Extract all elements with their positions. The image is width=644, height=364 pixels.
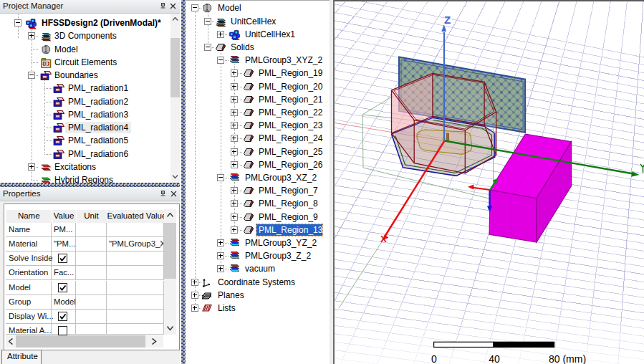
svg-text:0: 0 bbox=[431, 353, 437, 364]
svg-text:X: X bbox=[380, 234, 387, 244]
svg-text:Z: Z bbox=[444, 14, 451, 26]
svg-text:40: 40 bbox=[489, 353, 500, 364]
svg-text:80 (mm): 80 (mm) bbox=[549, 353, 586, 364]
